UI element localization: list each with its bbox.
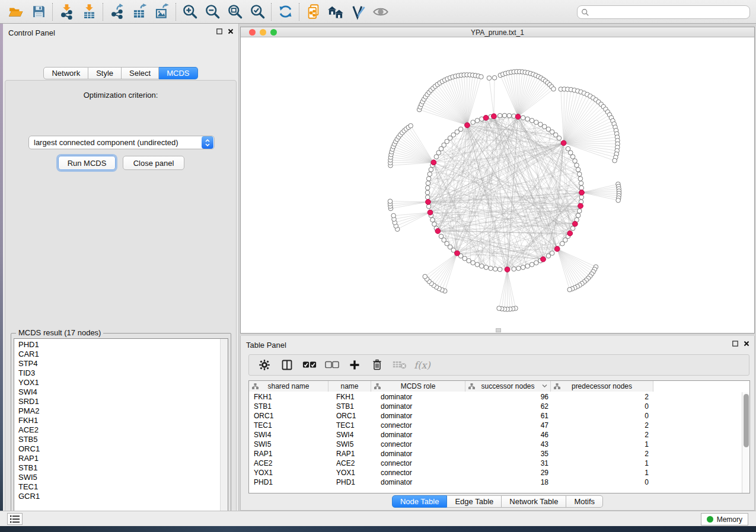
- network-node[interactable]: [493, 267, 498, 271]
- network-canvas[interactable]: [241, 37, 754, 333]
- table-scrollbar-thumb[interactable]: [744, 394, 749, 447]
- table-settings-button[interactable]: [257, 358, 272, 372]
- network-node[interactable]: [479, 75, 484, 79]
- zoom-out-button[interactable]: [201, 2, 224, 22]
- mcds-result-item[interactable]: ACE2: [14, 425, 228, 435]
- mcds-result-item[interactable]: TID3: [14, 368, 228, 378]
- mcds-network-node[interactable]: [465, 123, 470, 128]
- tab-network[interactable]: Network: [43, 67, 88, 79]
- mcds-result-item[interactable]: RAP1: [14, 454, 228, 463]
- network-node[interactable]: [579, 185, 584, 190]
- network-node[interactable]: [497, 113, 502, 118]
- network-node[interactable]: [616, 198, 621, 203]
- select-all-rows-button[interactable]: [302, 358, 317, 372]
- mcds-result-item[interactable]: YOX1: [14, 378, 228, 387]
- network-node[interactable]: [458, 127, 463, 132]
- network-overview-button[interactable]: [324, 2, 347, 22]
- network-node[interactable]: [560, 241, 565, 246]
- column-header-predecessor-nodes[interactable]: predecessor nodes: [551, 381, 653, 392]
- column-header-successor-nodes[interactable]: successor nodes: [465, 381, 551, 392]
- splitter-knob[interactable]: [496, 328, 501, 332]
- mcds-network-node[interactable]: [515, 114, 521, 120]
- import-table-button[interactable]: [78, 2, 100, 22]
- network-node[interactable]: [475, 262, 480, 267]
- network-node[interactable]: [525, 264, 530, 268]
- mcds-result-item[interactable]: CAR1: [14, 350, 228, 359]
- network-node[interactable]: [575, 163, 579, 168]
- tab-mcds[interactable]: MCDS: [159, 67, 197, 79]
- hide-graphics-button[interactable]: [369, 2, 392, 22]
- network-node[interactable]: [573, 159, 578, 164]
- close-panel-button[interactable]: Close panel: [123, 156, 184, 170]
- mcds-result-item[interactable]: GCR1: [14, 492, 228, 501]
- network-node[interactable]: [529, 118, 534, 123]
- mcds-result-item[interactable]: PHD1: [14, 340, 228, 350]
- mcds-network-node[interactable]: [561, 140, 566, 146]
- table-row[interactable]: ACE2ACE2connector311: [249, 459, 741, 468]
- network-node[interactable]: [521, 116, 525, 120]
- column-header-name[interactable]: name: [328, 381, 371, 392]
- network-node[interactable]: [439, 234, 444, 239]
- network-node[interactable]: [579, 181, 583, 186]
- network-node[interactable]: [471, 120, 476, 125]
- network-node[interactable]: [529, 262, 534, 267]
- network-node[interactable]: [487, 76, 492, 81]
- network-node[interactable]: [567, 287, 572, 292]
- memory-button[interactable]: Memory: [701, 513, 748, 525]
- mcds-network-node[interactable]: [567, 230, 573, 236]
- network-node[interactable]: [426, 181, 430, 186]
- table-scrollbar[interactable]: [742, 392, 749, 493]
- close-panel-icon[interactable]: [744, 341, 749, 347]
- mcds-network-node[interactable]: [483, 115, 489, 120]
- table-row[interactable]: SWI5SWI5connector431: [249, 440, 741, 449]
- network-node[interactable]: [409, 123, 413, 128]
- mcds-result-item[interactable]: FKH1: [14, 416, 228, 425]
- tab-node-table[interactable]: Node Table: [392, 495, 448, 508]
- network-node[interactable]: [497, 267, 502, 272]
- network-node[interactable]: [570, 226, 575, 231]
- tab-motifs[interactable]: Motifs: [566, 495, 603, 508]
- tab-style[interactable]: Style: [88, 67, 122, 79]
- network-node[interactable]: [521, 265, 525, 270]
- network-node[interactable]: [568, 150, 573, 155]
- network-node[interactable]: [577, 209, 582, 213]
- tab-select[interactable]: Select: [122, 67, 159, 79]
- deselect-all-rows-button[interactable]: [325, 358, 339, 372]
- network-node[interactable]: [426, 177, 431, 181]
- table-row[interactable]: FKH1FKH1dominator962: [249, 392, 741, 402]
- mcds-result-item[interactable]: STB5: [14, 435, 228, 444]
- network-node[interactable]: [502, 113, 507, 118]
- network-node[interactable]: [471, 261, 476, 265]
- network-node[interactable]: [489, 266, 493, 271]
- column-header-MCDS-role[interactable]: MCDS role: [371, 381, 465, 392]
- mcds-network-node[interactable]: [492, 114, 497, 119]
- network-node[interactable]: [576, 168, 580, 172]
- delete-table-button[interactable]: [393, 358, 407, 372]
- add-column-button[interactable]: [347, 358, 362, 372]
- mcds-network-node[interactable]: [554, 246, 560, 252]
- table-row[interactable]: YOX1YOX1connector291: [249, 468, 741, 477]
- refresh-view-button[interactable]: [274, 2, 296, 22]
- split-columns-button[interactable]: [280, 358, 294, 372]
- network-node[interactable]: [516, 266, 521, 271]
- network-node[interactable]: [480, 264, 484, 268]
- network-node[interactable]: [388, 199, 393, 204]
- table-row[interactable]: SWI4SWI4dominator462: [249, 430, 741, 440]
- network-node[interactable]: [425, 185, 430, 190]
- export-table-button[interactable]: [128, 2, 151, 22]
- mcds-result-item[interactable]: STP4: [14, 359, 228, 368]
- network-node[interactable]: [430, 217, 435, 222]
- network-node[interactable]: [429, 168, 433, 172]
- network-node[interactable]: [613, 158, 617, 163]
- zoom-in-button[interactable]: [178, 2, 201, 22]
- export-network-button[interactable]: [106, 2, 128, 22]
- tab-network-table[interactable]: Network Table: [502, 495, 566, 508]
- network-node[interactable]: [546, 254, 551, 258]
- network-node[interactable]: [428, 172, 432, 177]
- table-row[interactable]: PHD1PHD1dominator180: [249, 477, 741, 487]
- network-node[interactable]: [492, 75, 497, 80]
- float-panel-icon[interactable]: [216, 28, 222, 34]
- network-node[interactable]: [423, 274, 428, 279]
- mcds-network-node[interactable]: [435, 229, 441, 234]
- network-node[interactable]: [434, 155, 439, 159]
